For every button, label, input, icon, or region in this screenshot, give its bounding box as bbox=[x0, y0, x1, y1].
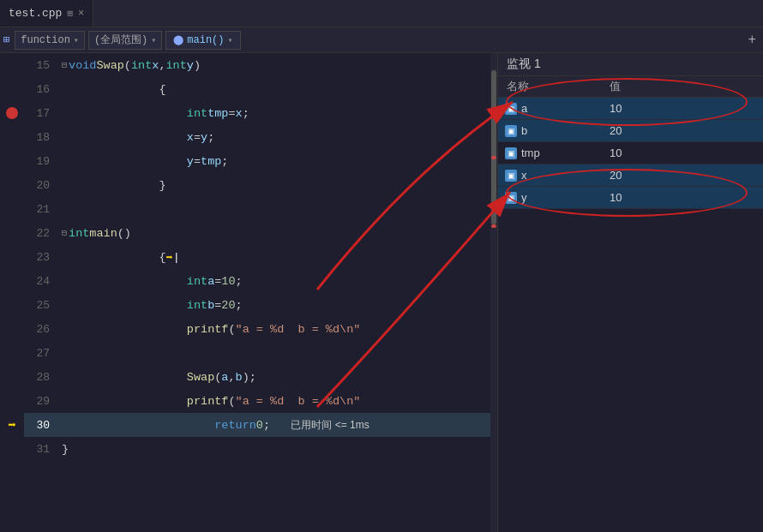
code-line-23: { ➡| bbox=[55, 245, 490, 269]
code-line-21 bbox=[55, 197, 490, 221]
range-dropdown[interactable]: (全局范围) ▾ bbox=[88, 31, 162, 50]
gutter-20 bbox=[0, 173, 24, 197]
line-num-30: 30 bbox=[24, 413, 55, 437]
var-icon-a: ▣ bbox=[505, 103, 517, 115]
var-icon-tmp: ▣ bbox=[505, 147, 517, 159]
toolbar: ⊞ function ▾ (全局范围) ▾ ⬤ main() ▾ + bbox=[0, 27, 763, 53]
watch-col-name: 名称 bbox=[498, 79, 610, 94]
code-content: ➡ 15 16 17 18 19 20 21 22 23 24 25 26 27… bbox=[0, 53, 497, 532]
watch-row-tmp-name: ▣ tmp bbox=[498, 146, 610, 159]
line-numbers: 15 16 17 18 19 20 21 22 23 24 25 26 27 2… bbox=[24, 53, 55, 532]
collapse-22[interactable]: ⊟ bbox=[62, 228, 67, 238]
tab-pin-icon[interactable]: ⊞ bbox=[67, 8, 73, 19]
watch-row-y[interactable]: ▣ y 10 bbox=[498, 187, 763, 209]
code-line-27 bbox=[55, 341, 490, 365]
code-line-25: int b = 20; bbox=[55, 293, 490, 317]
line-num-22: 22 bbox=[24, 221, 55, 245]
gutter-25 bbox=[0, 293, 24, 317]
watch-row-x[interactable]: ▣ x 20 bbox=[498, 164, 763, 187]
code-line-30: return 0; 已用时间 <= 1ms bbox=[55, 413, 490, 437]
watch-title: 监视 1 bbox=[498, 53, 763, 76]
code-line-17: int tmp = x; bbox=[55, 101, 490, 125]
watch-row-tmp[interactable]: ▣ tmp 10 bbox=[498, 142, 763, 164]
line-num-21: 21 bbox=[24, 197, 55, 221]
watch-header: 名称 值 bbox=[498, 76, 763, 98]
gutter-30: ➡ bbox=[0, 413, 24, 437]
gutter-29 bbox=[0, 389, 24, 413]
code-line-22: ⊟int main() bbox=[55, 221, 490, 245]
right-panel: 监视 1 名称 值 ▣ a 10 ▣ b 20 ▣ tmp 10 bbox=[497, 53, 763, 532]
gutter-17[interactable] bbox=[0, 101, 24, 125]
watch-row-b[interactable]: ▣ b 20 bbox=[498, 120, 763, 142]
code-scrollbar[interactable] bbox=[490, 53, 497, 532]
line-num-15: 15 bbox=[24, 53, 55, 77]
breakpoint-dot[interactable] bbox=[6, 107, 18, 119]
code-line-28: Swap(a, b); bbox=[55, 365, 490, 389]
code-line-15: ⊟void Swap(int x, int y) bbox=[55, 53, 490, 77]
watch-row-a-name: ▣ a bbox=[498, 102, 610, 115]
gutter-21 bbox=[0, 197, 24, 221]
watch-row-x-val: 20 bbox=[610, 169, 622, 182]
gutter-15 bbox=[0, 53, 24, 77]
tab-close-button[interactable]: × bbox=[78, 8, 84, 20]
code-lines[interactable]: ⊟void Swap(int x, int y) { int tmp = x; … bbox=[55, 53, 490, 532]
gutter-16 bbox=[0, 77, 24, 101]
scope-arrow-icon: ▾ bbox=[74, 35, 79, 45]
gutter-27 bbox=[0, 341, 24, 365]
scrollbar-marker bbox=[491, 156, 496, 159]
gutter-23 bbox=[0, 245, 24, 269]
watch-row-y-name: ▣ y bbox=[498, 191, 610, 204]
line-num-20: 20 bbox=[24, 173, 55, 197]
line-num-16: 16 bbox=[24, 77, 55, 101]
code-line-29: printf("a = %d b = %d\n" bbox=[55, 389, 490, 413]
scope-label: function bbox=[21, 34, 70, 46]
range-arrow-icon: ▾ bbox=[151, 35, 156, 45]
gutter-18 bbox=[0, 125, 24, 149]
main-area: ➡ 15 16 17 18 19 20 21 22 23 24 25 26 27… bbox=[0, 53, 763, 532]
scrollbar-marker2 bbox=[491, 224, 496, 228]
gutter-26 bbox=[0, 317, 24, 341]
watch-row-a[interactable]: ▣ a 10 bbox=[498, 98, 763, 120]
code-line-31: } bbox=[55, 437, 490, 461]
watch-row-b-name: ▣ b bbox=[498, 124, 610, 137]
collapse-15[interactable]: ⊟ bbox=[62, 60, 67, 70]
code-line-16: { bbox=[55, 77, 490, 101]
tab-filename: test.cpp bbox=[9, 7, 62, 20]
gutter-31 bbox=[0, 437, 24, 461]
scrollbar-thumb[interactable] bbox=[491, 70, 496, 224]
var-icon-y: ▣ bbox=[505, 192, 517, 204]
tab-bar: test.cpp ⊞ × bbox=[0, 0, 763, 27]
watch-row-x-name: ▣ x bbox=[498, 169, 610, 182]
line-num-19: 19 bbox=[24, 149, 55, 173]
code-line-20: } bbox=[55, 173, 490, 197]
line-num-29: 29 bbox=[24, 389, 55, 413]
code-panel: ➡ 15 16 17 18 19 20 21 22 23 24 25 26 27… bbox=[0, 53, 497, 532]
watch-row-tmp-val: 10 bbox=[610, 146, 622, 159]
scope-dropdown[interactable]: function ▾ bbox=[15, 31, 85, 50]
main-func-label: main() bbox=[187, 34, 224, 46]
code-line-19: y = tmp; bbox=[55, 149, 490, 173]
code-line-24: int a = 10; bbox=[55, 269, 490, 293]
line-num-26: 26 bbox=[24, 317, 55, 341]
line-num-24: 24 bbox=[24, 269, 55, 293]
watch-col-val: 值 bbox=[610, 79, 621, 94]
line-num-27: 27 bbox=[24, 341, 55, 365]
gutter-24 bbox=[0, 269, 24, 293]
execution-arrow-icon: ➡ bbox=[8, 416, 16, 433]
watch-row-b-val: 20 bbox=[610, 124, 622, 137]
line-num-17: 17 bbox=[24, 101, 55, 125]
main-func-button[interactable]: ⬤ main() ▾ bbox=[165, 31, 240, 50]
toolbar-right: + bbox=[744, 33, 760, 48]
line-num-23: 23 bbox=[24, 245, 55, 269]
toolbar-pin-button[interactable]: + bbox=[744, 33, 760, 48]
var-icon-x: ▣ bbox=[505, 170, 517, 182]
line-num-31: 31 bbox=[24, 437, 55, 461]
gutter-19 bbox=[0, 149, 24, 173]
file-tab[interactable]: test.cpp ⊞ × bbox=[0, 0, 93, 27]
watch-row-a-val: 10 bbox=[610, 102, 622, 115]
code-line-18: x = y; bbox=[55, 125, 490, 149]
var-icon-b: ▣ bbox=[505, 125, 517, 137]
line-num-25: 25 bbox=[24, 293, 55, 317]
code-line-26: printf("a = %d b = %d\n" bbox=[55, 317, 490, 341]
breakpoint-gutter: ➡ bbox=[0, 53, 24, 532]
